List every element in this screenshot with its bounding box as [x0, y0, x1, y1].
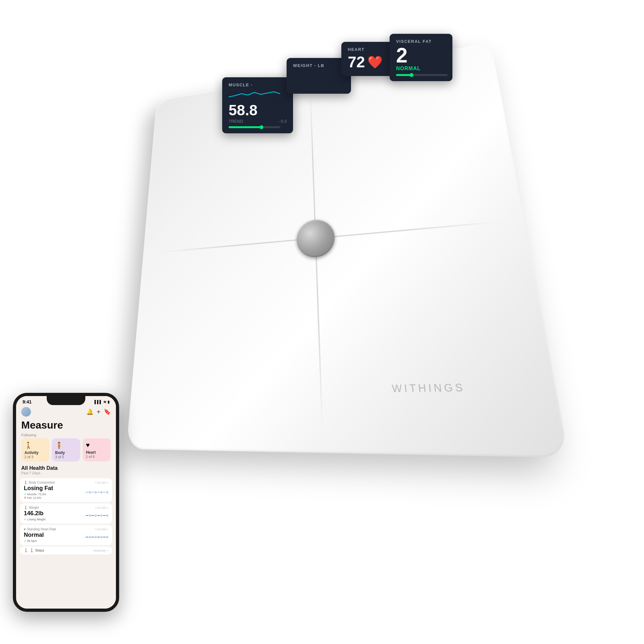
- weight-spacer: [293, 69, 345, 89]
- app-header: 🔔 + 🔖: [16, 406, 116, 419]
- card-visceral: VISCERAL FAT 2 NORMAL: [390, 34, 452, 81]
- card-muscle: MUSCLE - 58.8 TREND - 0.3: [222, 77, 293, 133]
- body-comp-icon: 🚶: [24, 481, 28, 484]
- trend-value: - 0.3: [278, 119, 287, 124]
- section-title: All Health Data: [16, 464, 116, 471]
- body-icon: 🧍: [55, 441, 63, 449]
- weight-item-detail: ✓ Losing Weight: [24, 517, 45, 521]
- visceral-label: VISCERAL FAT: [396, 39, 446, 44]
- heart-icon: ❤️: [367, 55, 383, 69]
- scale-brand: WITHINGS: [392, 381, 466, 395]
- activity-icon: 🚶: [24, 441, 33, 449]
- status-time: 9:41: [23, 399, 32, 404]
- phone-body: 9:41 ▌▌▌ ≋ ▮ 🔔 + 🔖 Measure Following: [13, 393, 119, 612]
- heart-rate-detail: ✓ 85 bpm: [24, 539, 44, 543]
- steps-label: 🚶 🚶 Steps: [24, 548, 44, 553]
- page-title: Measure: [16, 419, 116, 433]
- body-comp-label: 🚶 Body Composition: [24, 481, 55, 484]
- visceral-progress-bar: [396, 74, 448, 76]
- activity-count: 2 of 3: [24, 455, 33, 459]
- visceral-value: 2: [396, 45, 446, 66]
- phone-notch: [47, 396, 85, 405]
- weight-sparkline: [86, 515, 108, 516]
- following-row: 🚶 Activity 2 of 3 🧍 Body 3 of 5 ♥ Heart …: [16, 438, 116, 464]
- bookmark-icon[interactable]: 🔖: [104, 408, 111, 415]
- heart-label: HEART: [348, 47, 391, 52]
- wifi-icon: ≋: [103, 400, 106, 404]
- muscle-progress-dot: [260, 125, 263, 129]
- activity-name: Activity: [24, 450, 38, 455]
- phone-screen: 9:41 ▌▌▌ ≋ ▮ 🔔 + 🔖 Measure Following: [16, 396, 116, 609]
- follow-card-heart[interactable]: ♥ Heart 1 of 6: [83, 438, 111, 461]
- heart-rate-label: ♥ Standing Heart Rate: [24, 527, 56, 531]
- signal-icon: ▌▌▌: [95, 400, 102, 404]
- follow-card-activity[interactable]: 🚶 Activity 2 of 3: [21, 438, 49, 461]
- heart-rate-value: Normal: [24, 532, 44, 538]
- heart-follow-icon: ♥: [86, 441, 90, 449]
- weight-item-icon: 🚶: [24, 506, 28, 509]
- avatar: [21, 407, 31, 417]
- following-label: Following: [16, 433, 116, 438]
- header-icons: 🔔 + 🔖: [86, 408, 111, 416]
- weight-item-label: 🚶 Weight: [24, 506, 39, 509]
- muscle-sparkline: [229, 89, 287, 101]
- body-comp-fat: ✕ Fat: 12.4%: [24, 496, 53, 499]
- scale: WITHINGS MUSCLE - 58.8 TREND - 0.3 WEIGH…: [97, 19, 531, 454]
- section-sub: Past 7 Days: [16, 471, 116, 477]
- health-item-weight[interactable]: 🚶 Weight 7:42 AM > 146.2lb ✓ Losing Weig…: [20, 503, 112, 524]
- muscle-label: MUSCLE -: [229, 82, 287, 87]
- weight-item-value: 146.2lb: [24, 510, 45, 517]
- body-count: 3 of 5: [55, 455, 64, 459]
- bell-icon[interactable]: 🔔: [86, 408, 93, 415]
- card-heart: HEART 72 ❤️: [341, 42, 398, 76]
- muscle-value: 58.8: [229, 103, 287, 118]
- heart-rate-time: 7:42 AM >: [95, 528, 108, 531]
- add-icon[interactable]: +: [97, 408, 100, 416]
- steps-item[interactable]: 🚶 🚶 Steps Yesterday >: [20, 546, 112, 554]
- scale-knob: [297, 218, 336, 259]
- trend-label: TREND: [229, 119, 243, 124]
- muscle-progress-bar: [229, 126, 280, 128]
- scale-line-vertical: [310, 89, 323, 429]
- body-comp-muscle: ✓ Muscle: 73.3%: [24, 492, 53, 496]
- follow-card-body[interactable]: 🧍 Body 3 of 5: [52, 438, 80, 461]
- heart-rate-sparkline: [86, 536, 108, 538]
- steps-time: Yesterday >: [93, 549, 108, 552]
- visceral-status: NORMAL: [396, 66, 446, 71]
- body-comp-value: Losing Fat: [24, 485, 53, 492]
- body-name: Body: [55, 450, 65, 455]
- scale-body: WITHINGS: [126, 43, 569, 458]
- battery-icon: ▮: [108, 400, 109, 404]
- health-item-body-comp[interactable]: 🚶 Body Composition 7:42 AM > Losing Fat …: [20, 478, 112, 502]
- steps-icon: 🚶: [24, 548, 28, 553]
- visceral-progress-dot: [410, 73, 413, 77]
- status-icons: ▌▌▌ ≋ ▮: [95, 400, 109, 404]
- health-item-heart-rate[interactable]: ♥ Standing Heart Rate 7:42 AM > Normal ✓…: [20, 525, 112, 545]
- muscle-progress-fill: [229, 126, 260, 128]
- visceral-progress-fill: [396, 74, 411, 76]
- heart-rate-icon: ♥: [24, 527, 26, 531]
- body-comp-sparkline: [86, 491, 108, 493]
- body-comp-time: 7:42 AM >: [95, 481, 108, 484]
- weight-label: WEIGHT - LB: [293, 63, 345, 68]
- heart-value: 72: [348, 53, 365, 71]
- heart-name: Heart: [86, 450, 96, 455]
- weight-item-time: 7:42 AM >: [95, 506, 108, 509]
- phone: 9:41 ▌▌▌ ≋ ▮ 🔔 + 🔖 Measure Following: [13, 393, 119, 612]
- heart-count: 1 of 6: [86, 455, 95, 459]
